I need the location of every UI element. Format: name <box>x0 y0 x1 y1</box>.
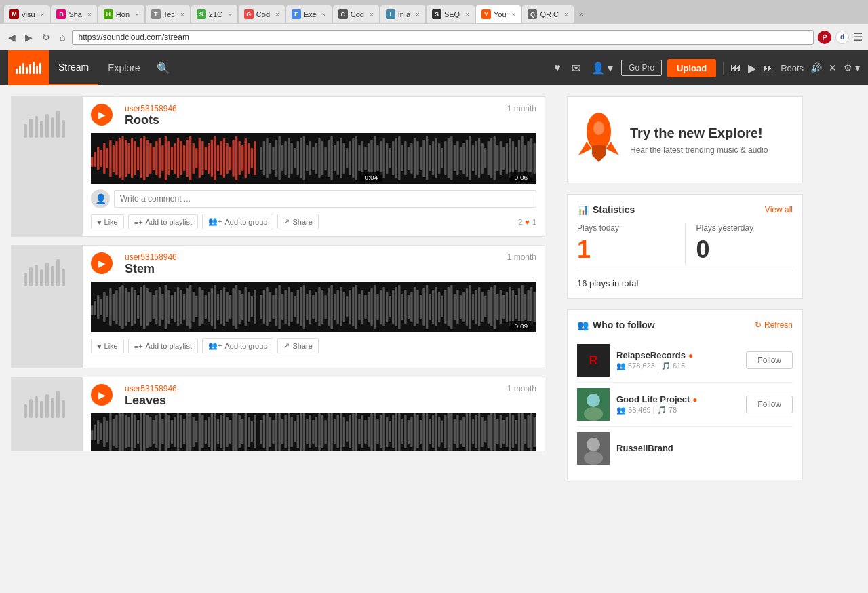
tab-close[interactable]: × <box>180 11 184 18</box>
svg-rect-10 <box>97 147 99 170</box>
comment-input[interactable] <box>114 190 536 208</box>
player-controls: ⏮ ▶ ⏭ Roots 🔊 ✕ ⚙ ▾ <box>723 62 860 75</box>
svg-rect-253 <box>374 285 376 329</box>
svg-rect-190 <box>177 287 179 326</box>
play-button[interactable]: ▶ <box>91 252 113 274</box>
track-username[interactable]: user53158946 <box>125 252 500 262</box>
svg-rect-350 <box>199 413 201 451</box>
track-title[interactable]: Leaves <box>125 394 500 408</box>
svg-rect-101 <box>380 141 382 175</box>
tab-close[interactable]: × <box>512 11 516 18</box>
svg-rect-110 <box>408 147 410 170</box>
tab-tec[interactable]: T Tec × <box>146 5 190 23</box>
add-to-group-button[interactable]: 👥+ Add to group <box>202 214 273 229</box>
svg-rect-405 <box>370 413 372 451</box>
tab-overflow[interactable]: » <box>575 9 588 19</box>
follow-name[interactable]: RelapseRecords ● <box>616 350 739 360</box>
follow-button[interactable]: Follow <box>746 396 793 413</box>
tab-close[interactable]: × <box>465 11 469 18</box>
next-button[interactable]: ⏭ <box>763 62 774 74</box>
tab-seq[interactable]: S SEQ × <box>427 5 475 23</box>
forward-button[interactable]: ▶ <box>22 31 35 44</box>
follow-name[interactable]: Good Life Project ● <box>616 394 739 404</box>
tab-close[interactable]: × <box>275 11 279 18</box>
tab-close[interactable]: × <box>416 11 420 18</box>
refresh-button[interactable]: ↻ <box>39 31 53 44</box>
waveform[interactable]: 0:09 <box>91 282 536 332</box>
svg-rect-182 <box>153 295 155 319</box>
upload-button[interactable]: Upload <box>667 59 716 77</box>
logo-bars <box>16 62 41 74</box>
add-to-playlist-button[interactable]: ≡+ Add to playlist <box>128 214 198 229</box>
svg-rect-329 <box>134 415 136 448</box>
like-button[interactable]: ♥ Like <box>91 214 124 229</box>
svg-rect-93 <box>355 136 357 180</box>
tab-21c[interactable]: S 21C × <box>191 5 237 23</box>
svg-rect-254 <box>376 294 378 320</box>
tab-label: Cod <box>256 10 270 18</box>
user-menu-button[interactable]: 👤 ▾ <box>589 59 616 77</box>
address-bar[interactable] <box>72 30 814 45</box>
search-button[interactable]: 🔍 <box>150 50 177 85</box>
view-all-link[interactable]: View all <box>765 205 793 214</box>
tab-exe[interactable]: E Exe × <box>286 5 332 23</box>
pinterest-icon[interactable]: P <box>818 31 831 44</box>
volume-icon[interactable]: 🔊 <box>810 62 822 73</box>
back-button[interactable]: ◀ <box>5 31 18 44</box>
refresh-button[interactable]: ↻ Refresh <box>755 320 793 330</box>
like-button[interactable]: ♥ Like <box>91 339 124 353</box>
add-to-playlist-button[interactable]: ≡+ Add to playlist <box>128 339 198 353</box>
tab-close[interactable]: × <box>41 11 45 18</box>
play-pause-button[interactable]: ▶ <box>748 62 756 75</box>
tab-close[interactable]: × <box>228 11 232 18</box>
prev-button[interactable]: ⏮ <box>730 62 741 74</box>
digg-icon[interactable]: d <box>835 31 849 44</box>
likes-button[interactable]: ♥ <box>551 59 564 77</box>
svg-rect-198 <box>201 290 203 324</box>
tab-close[interactable]: × <box>564 11 568 18</box>
track-title[interactable]: Stem <box>125 262 500 276</box>
soundcloud-logo[interactable] <box>8 50 49 85</box>
tab-close[interactable]: × <box>135 11 139 18</box>
tab-close[interactable]: × <box>87 11 92 18</box>
tab-qr[interactable]: Q QR C × <box>522 5 573 23</box>
waveform[interactable] <box>91 413 536 451</box>
tab-cod1[interactable]: G Cod × <box>239 5 285 23</box>
tab-label: Exe <box>304 10 317 18</box>
tab-hon[interactable]: H Hon × <box>98 5 144 23</box>
svg-rect-360 <box>229 420 231 444</box>
track-username[interactable]: user53158946 <box>125 384 500 394</box>
follow-button[interactable]: Follow <box>746 351 793 369</box>
track-username[interactable]: user53158946 <box>125 104 500 113</box>
svg-rect-296 <box>506 292 508 322</box>
settings-button[interactable]: ⚙ ▾ <box>844 62 860 73</box>
svg-rect-55 <box>235 136 237 180</box>
share-button[interactable]: ↗ Share <box>277 214 318 229</box>
tab-close[interactable]: × <box>322 11 326 18</box>
tab-ina[interactable]: I In a × <box>380 5 425 23</box>
waveform[interactable]: 0:04 0:06 <box>91 133 536 184</box>
mute-button[interactable]: ✕ <box>829 62 837 73</box>
play-button[interactable]: ▶ <box>91 104 113 126</box>
tab-close[interactable]: × <box>370 11 374 18</box>
tab-visu[interactable]: M visu × <box>4 5 50 23</box>
time-total: 0:09 <box>514 323 528 330</box>
home-button[interactable]: ⌂ <box>57 31 68 44</box>
plays-yesterday: Plays yesterday 0 <box>696 223 793 264</box>
follow-name[interactable]: RussellBrand <box>616 443 793 453</box>
track-card-inner: ▶ user53158946 Roots 1 month <box>12 97 545 236</box>
tab-cod2[interactable]: C Cod × <box>333 5 379 23</box>
nav-explore[interactable]: Explore <box>98 50 149 85</box>
go-pro-button[interactable]: Go Pro <box>621 60 662 76</box>
play-button[interactable]: ▶ <box>91 384 113 406</box>
messages-button[interactable]: ✉ <box>569 59 583 77</box>
add-to-group-button[interactable]: 👥+ Add to group <box>202 338 273 353</box>
tab-you[interactable]: Y You × <box>476 5 521 23</box>
svg-rect-222 <box>278 285 280 329</box>
nav-menu-icon[interactable]: ☰ <box>853 31 863 43</box>
nav-stream[interactable]: Stream <box>49 50 98 85</box>
tab-sha[interactable]: B Sha × <box>51 5 96 23</box>
share-button[interactable]: ↗ Share <box>277 338 318 353</box>
svg-rect-111 <box>410 143 412 174</box>
track-title[interactable]: Roots <box>125 113 500 128</box>
